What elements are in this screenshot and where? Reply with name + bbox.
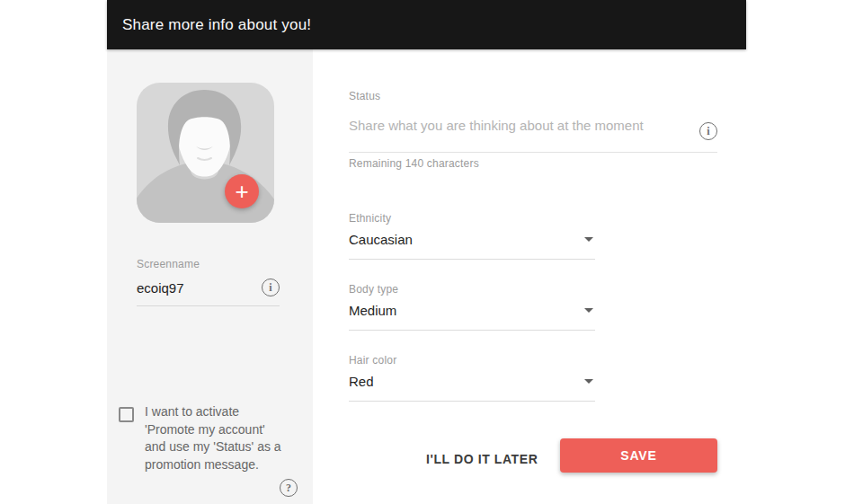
- ill-do-it-later-button[interactable]: I'LL DO IT LATER: [414, 443, 550, 475]
- screenname-label: Screenname: [137, 258, 280, 270]
- sidebar: + Screenname ecoiq97 i I want to activat…: [107, 49, 313, 504]
- screenname-value: ecoiq97: [137, 280, 184, 296]
- body-type-field: Body type Medium: [349, 283, 595, 331]
- profile-edit-page: Share more info about you!: [0, 0, 863, 504]
- status-input[interactable]: [349, 111, 681, 133]
- screenname-row: ecoiq97 i: [137, 279, 280, 306]
- screenname-field: Screenname ecoiq97 i: [137, 258, 280, 306]
- promote-account-text: I want to activate 'Promote my account' …: [145, 403, 285, 473]
- hair-color-field: Hair color Red: [349, 354, 595, 402]
- promote-account-checkbox[interactable]: [119, 407, 134, 422]
- promote-help-icon[interactable]: ?: [280, 479, 298, 497]
- status-field-row: i: [349, 111, 717, 153]
- avatar: +: [137, 83, 274, 223]
- screenname-info-icon[interactable]: i: [262, 279, 280, 296]
- status-info-icon[interactable]: i: [699, 122, 717, 140]
- ethnicity-field: Ethnicity Caucasian: [349, 212, 595, 260]
- body-type-label: Body type: [349, 283, 595, 296]
- body-type-select[interactable]: Medium: [349, 303, 595, 331]
- status-remaining-characters: Remaining 140 characters: [349, 157, 479, 170]
- hair-color-select[interactable]: Red: [349, 374, 595, 402]
- ethnicity-select[interactable]: Caucasian: [349, 232, 595, 260]
- add-photo-button[interactable]: +: [225, 174, 259, 208]
- chevron-down-icon: [584, 308, 593, 313]
- header-bar: Share more info about you!: [107, 0, 746, 49]
- hair-color-label: Hair color: [349, 354, 595, 367]
- chevron-down-icon: [584, 379, 593, 384]
- profile-form: Status i Remaining 140 characters Ethnic…: [313, 49, 746, 504]
- ethnicity-value: Caucasian: [349, 232, 413, 247]
- status-label: Status: [349, 90, 380, 102]
- promote-account-option: I want to activate 'Promote my account' …: [119, 403, 313, 473]
- chevron-down-icon: [584, 237, 593, 242]
- page-title: Share more info about you!: [107, 16, 311, 34]
- body-type-value: Medium: [349, 303, 396, 318]
- ethnicity-label: Ethnicity: [349, 212, 595, 225]
- hair-color-value: Red: [349, 374, 374, 389]
- save-button[interactable]: SAVE: [560, 438, 717, 473]
